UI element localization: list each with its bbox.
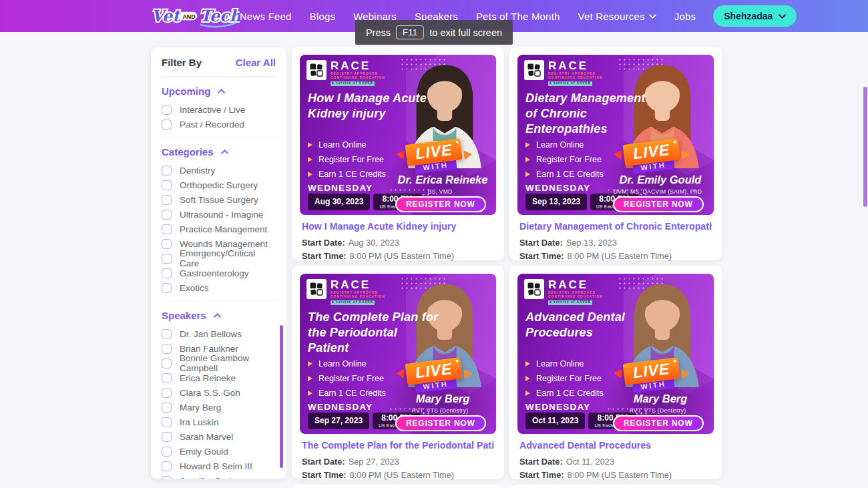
webinar-title-link[interactable]: Advanced Dental Procedures <box>519 440 712 451</box>
triangle-bullet-icon <box>308 376 312 381</box>
site-logo[interactable]: Vet AND Tech <box>150 3 240 29</box>
filter-panel: Filter By Clear All Upcoming Interactive… <box>150 47 287 479</box>
filter-option-label: Wounds Management <box>180 239 268 249</box>
banner-bullet-label: Learn Online <box>536 359 584 369</box>
race-name: RACE <box>331 60 385 71</box>
triangle-bullet-icon <box>525 361 530 367</box>
filter-group-toggle[interactable]: Speakers <box>162 308 276 322</box>
speakers-list-scrollbar[interactable] <box>280 325 283 468</box>
start-time-value: 8:00 PM (US Eastern Time) <box>350 251 454 261</box>
speaker-credentials: RVT, VTS (Dentistry) <box>385 407 495 414</box>
filter-group-toggle[interactable]: Upcoming <box>162 83 276 98</box>
clear-all-link[interactable]: Clear All <box>236 57 276 68</box>
speaker-name: Mary Berg <box>391 393 495 405</box>
webinar-banner[interactable]: RACE REGISTRY APPROVED CONTINUING EDUCAT… <box>300 55 496 215</box>
filter-group-toggle[interactable]: Categories <box>162 144 276 159</box>
filter-option-row: Emily Gould <box>162 444 276 459</box>
webinar-title-link[interactable]: How I Manage Acute Kidney injury <box>302 221 494 232</box>
checkbox[interactable] <box>162 447 172 457</box>
banner-title: The Complete Plan for the Periodontal Pa… <box>308 310 440 356</box>
checkbox[interactable] <box>162 283 172 293</box>
checkbox[interactable] <box>162 476 172 480</box>
checkbox[interactable] <box>162 105 172 115</box>
webinar-card: RACE REGISTRY APPROVED CONTINUING EDUCAT… <box>292 266 504 479</box>
checkbox[interactable] <box>162 268 172 278</box>
logo-word-tech: Tech <box>200 7 240 25</box>
triangle-bullet-icon <box>525 391 530 396</box>
user-menu-button[interactable]: Shehzadaa <box>713 5 797 27</box>
checkbox[interactable] <box>162 239 172 249</box>
nav-item-jobs[interactable]: Jobs <box>674 11 696 22</box>
checkbox[interactable] <box>162 166 172 176</box>
speaker-credentials: RVT, VTS (Dentistry) <box>603 407 712 414</box>
start-date-value: Sep 27, 2023 <box>349 457 399 467</box>
banner-bullet: Learn Online <box>525 138 604 152</box>
checkbox[interactable] <box>162 373 172 383</box>
webinar-title-link[interactable]: The Complete Plan for the Periodontal Pa… <box>302 440 494 451</box>
triangle-bullet-icon <box>308 142 312 148</box>
triangle-bullet-icon <box>308 391 312 396</box>
checkbox[interactable] <box>162 344 172 354</box>
checkbox[interactable] <box>162 180 172 190</box>
webinar-banner[interactable]: RACE REGISTRY APPROVED CONTINUING EDUCAT… <box>300 274 496 434</box>
race-puzzle-icon <box>524 60 544 80</box>
webinar-card-body: The Complete Plan for the Periodontal Pa… <box>300 434 496 480</box>
checkbox[interactable] <box>162 195 172 205</box>
speaker-name: Mary Berg <box>608 393 712 405</box>
triangle-bullet-icon <box>525 142 530 148</box>
start-time-label: Start Time: <box>302 470 347 480</box>
start-time-label: Start Time: <box>302 251 347 261</box>
webinar-banner[interactable]: RACE REGISTRY APPROVED CONTINUING EDUCAT… <box>517 55 714 215</box>
register-now-button[interactable]: REGISTER NOW <box>613 415 704 431</box>
filter-option-label: Practice Management <box>180 224 267 234</box>
register-now-button[interactable]: REGISTER NOW <box>395 196 486 212</box>
webinar-banner[interactable]: RACE REGISTRY APPROVED CONTINUING EDUCAT… <box>517 274 714 434</box>
checkbox[interactable] <box>162 329 172 339</box>
checkbox[interactable] <box>162 119 172 130</box>
webinar-grid: RACE REGISTRY APPROVED CONTINUING EDUCAT… <box>292 47 722 479</box>
race-service-line: a service of AAVSB <box>548 81 592 86</box>
filter-option-label: Ultrasound - Imagine <box>180 210 263 220</box>
checkbox[interactable] <box>162 417 172 427</box>
banner-bullet-label: Register For Free <box>318 374 384 383</box>
race-puzzle-icon <box>306 60 327 80</box>
race-puzzle-icon <box>524 279 544 299</box>
filter-option-row: Bonnie Grambow Campbell <box>162 356 276 371</box>
checkbox[interactable] <box>162 254 172 264</box>
race-logo-text: RACE REGISTRY APPROVED CONTINUING EDUCAT… <box>548 279 603 305</box>
checkbox[interactable] <box>162 358 172 369</box>
webinar-title-link[interactable]: Dietary Management of Chronic Enteropath… <box>519 221 712 232</box>
register-now-button[interactable]: REGISTER NOW <box>613 196 704 212</box>
banner-bullet-label: Register For Free <box>536 374 602 383</box>
banner-bullet-list: Learn Online Register For Free Earn 1 CE… <box>525 138 604 182</box>
filter-group-title: Speakers <box>162 310 206 321</box>
checkbox[interactable] <box>162 461 172 471</box>
webinar-card-body: Dietary Management of Chronic Enteropath… <box>517 215 714 261</box>
filter-option-row: Dentistry <box>162 163 276 178</box>
triangle-bullet-icon <box>525 172 530 177</box>
checkbox[interactable] <box>162 432 172 442</box>
nav-item-blogs[interactable]: Blogs <box>310 11 336 22</box>
start-date-label: Start Date: <box>302 457 345 467</box>
nav-item-vet-resources[interactable]: Vet Resources <box>578 11 656 22</box>
nav-item-news-feed[interactable]: News Feed <box>240 11 292 22</box>
filter-option-row: Orthopedic Surgery <box>162 178 276 192</box>
banner-bullet-label: Earn 1 CE Credits <box>318 170 386 179</box>
race-name: RACE <box>331 279 385 290</box>
register-now-button[interactable]: REGISTER NOW <box>395 415 486 431</box>
checkbox[interactable] <box>162 388 172 398</box>
race-logo-text: RACE REGISTRY APPROVED CONTINUING EDUCAT… <box>331 60 385 86</box>
checkbox[interactable] <box>162 403 172 413</box>
start-date-value: Sep 13, 2023 <box>566 238 617 248</box>
filter-option-row: Mary Berg <box>162 400 276 415</box>
start-time-row: Start Time: 8:00 PM (US Eastern Time) <box>302 470 494 480</box>
filter-option-row: Interactive / Live <box>162 102 276 117</box>
triangle-bullet-icon <box>525 376 530 381</box>
webinar-card-body: Advanced Dental Procedures Start Date: O… <box>517 434 714 480</box>
speaker-credentials: BS, VMD <box>385 188 495 195</box>
filter-option-label: Erica Reineke <box>180 373 236 383</box>
checkbox[interactable] <box>162 210 172 220</box>
page-scrollbar[interactable] <box>863 87 867 207</box>
checkbox[interactable] <box>162 224 172 234</box>
filter-option-row: Emergency/Critical Care <box>162 251 276 266</box>
